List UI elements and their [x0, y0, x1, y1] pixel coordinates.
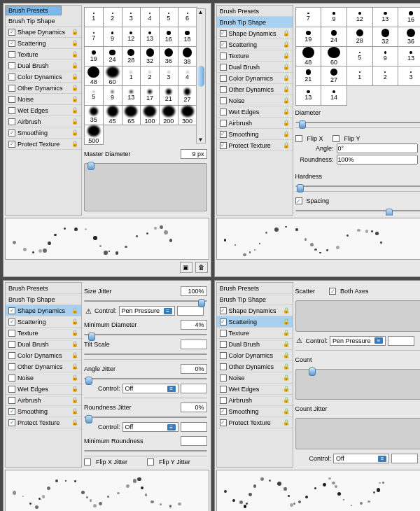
sidebar-item[interactable]: Other Dynamics [217, 84, 293, 95]
hardness-slider[interactable] [295, 186, 420, 187]
lock-icon[interactable] [283, 408, 290, 415]
lock-icon[interactable] [283, 75, 290, 82]
sidebar-item[interactable]: Noise [217, 95, 293, 106]
brush-preset[interactable]: 1 [347, 66, 373, 86]
sidebar-item[interactable]: Wet Edges [217, 384, 293, 395]
lock-icon[interactable] [71, 62, 78, 69]
checkbox[interactable] [220, 307, 227, 314]
sidebar-item[interactable]: Brush Tip Shape [217, 17, 293, 28]
brush-preset[interactable]: 13 [296, 86, 322, 106]
lock-icon[interactable] [71, 51, 78, 58]
checkbox[interactable] [8, 374, 15, 382]
sidebar-item[interactable]: Smoothing [217, 406, 293, 417]
checkbox[interactable] [220, 318, 227, 326]
scatter-slider[interactable] [295, 300, 420, 332]
brush-preset[interactable]: 2 [373, 66, 399, 86]
lock-icon[interactable] [283, 397, 290, 404]
brush-preset[interactable]: 21 [160, 86, 178, 106]
sidebar-item[interactable]: Texture [6, 328, 81, 339]
brush-preset[interactable]: 3 [122, 8, 141, 27]
checkbox[interactable] [220, 142, 227, 149]
checkbox[interactable] [220, 86, 227, 93]
lock-icon[interactable] [71, 96, 78, 103]
lock-icon[interactable] [71, 318, 78, 326]
brush-preset[interactable]: 28 [347, 27, 373, 47]
brush-preset[interactable]: 19 [296, 27, 322, 47]
checkbox[interactable] [8, 40, 15, 47]
sidebar-item[interactable]: Smoothing [217, 129, 293, 140]
lock-icon[interactable] [71, 341, 78, 348]
sidebar-item[interactable]: Brush Presets [6, 6, 62, 15]
lock-icon[interactable] [283, 108, 290, 115]
checkbox[interactable] [8, 341, 15, 348]
brush-preset[interactable]: 200 [160, 106, 178, 125]
size-jitter-slider[interactable] [84, 300, 207, 302]
lock-icon[interactable] [71, 352, 78, 359]
brush-preset[interactable]: 28 [122, 47, 141, 66]
brush-preset[interactable]: 12 [122, 27, 141, 47]
checkbox[interactable] [220, 108, 227, 115]
flipx-checkbox[interactable] [295, 135, 302, 142]
checkbox[interactable] [8, 118, 15, 125]
checkbox[interactable] [220, 120, 227, 127]
spacing-checkbox[interactable] [295, 197, 302, 204]
lock-icon[interactable] [71, 107, 78, 114]
checkbox[interactable] [220, 330, 227, 337]
roundness-jitter-input[interactable] [181, 402, 207, 412]
checkbox[interactable] [220, 352, 227, 359]
lock-icon[interactable] [283, 341, 290, 348]
checkbox[interactable] [220, 52, 227, 59]
sidebar-item[interactable]: Smoothing [6, 127, 81, 139]
lock-icon[interactable] [283, 352, 290, 359]
sidebar-item[interactable]: Texture [217, 328, 293, 339]
diameter-slider[interactable] [295, 122, 420, 123]
angle-jitter-input[interactable] [181, 364, 207, 374]
sidebar-item[interactable]: Brush Presets [217, 6, 293, 17]
brush-preset[interactable]: 7 [296, 8, 322, 27]
sidebar-item[interactable]: Wet Edges [6, 384, 81, 395]
sidebar-item[interactable]: Color Dynamics [217, 350, 293, 361]
checkbox[interactable] [8, 51, 15, 58]
brush-preset[interactable]: 38 [178, 47, 197, 66]
brush-preset[interactable]: 100 [141, 106, 160, 125]
control-select-2[interactable]: Off≡ [333, 454, 389, 463]
min-diameter-slider[interactable] [84, 334, 207, 335]
brush-preset[interactable]: 5 [160, 8, 178, 27]
lock-icon[interactable] [71, 74, 78, 80]
checkbox[interactable] [220, 75, 227, 82]
sidebar-item[interactable]: Noise [217, 372, 293, 384]
checkbox[interactable] [220, 419, 227, 426]
brush-preset[interactable]: 300 [178, 106, 197, 125]
lock-icon[interactable] [283, 374, 290, 382]
lock-icon[interactable] [283, 52, 290, 59]
sidebar-item[interactable]: Shape Dynamics [6, 27, 81, 38]
sidebar-item[interactable]: Color Dynamics [6, 350, 81, 361]
brush-preset[interactable]: 9 [321, 8, 347, 27]
brush-preset[interactable]: 65 [122, 106, 141, 125]
lock-icon[interactable] [283, 131, 290, 138]
sidebar-item[interactable]: Protect Texture [217, 417, 293, 428]
lock-icon[interactable] [283, 307, 290, 314]
sidebar-item[interactable]: Noise [6, 94, 81, 105]
brush-preset[interactable]: 5 [347, 47, 373, 66]
brush-preset[interactable]: 60 [104, 66, 122, 86]
sidebar-item[interactable]: Brush Presets [6, 283, 81, 294]
checkbox[interactable] [8, 363, 15, 370]
lock-icon[interactable] [71, 141, 78, 148]
angle-input[interactable] [337, 144, 418, 153]
brush-preset[interactable]: 48 [296, 47, 322, 66]
checkbox[interactable] [8, 107, 15, 114]
brush-preset[interactable]: 500 [85, 125, 104, 145]
lock-icon[interactable] [71, 85, 78, 92]
checkbox[interactable] [8, 330, 15, 337]
sidebar-item[interactable]: Brush Presets [217, 283, 293, 294]
new-icon[interactable]: ▣ [180, 262, 192, 273]
sidebar-item[interactable]: Other Dynamics [6, 83, 81, 94]
checkbox[interactable] [220, 97, 227, 104]
checkbox[interactable] [220, 30, 227, 37]
checkbox[interactable] [8, 130, 15, 136]
sidebar-item[interactable]: Smoothing [6, 406, 81, 417]
sidebar-item[interactable]: Wet Edges [6, 105, 81, 116]
brush-preset[interactable]: 21 [296, 66, 322, 86]
checkbox[interactable] [8, 74, 15, 80]
